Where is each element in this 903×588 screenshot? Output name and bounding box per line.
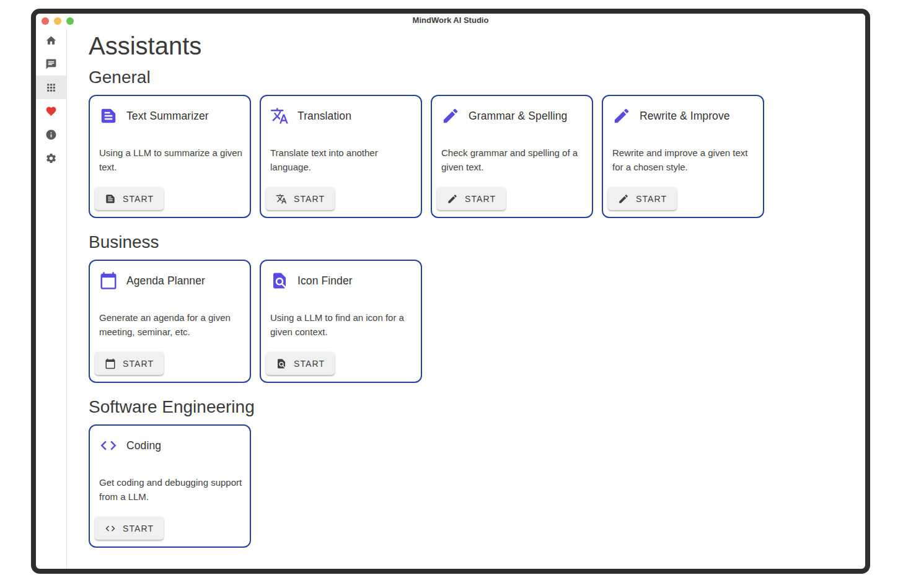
card-title: Coding xyxy=(126,439,161,452)
app-window: MindWork AI Studio Assistants General Te… xyxy=(31,9,870,574)
card-header: Rewrite & Improve xyxy=(612,107,756,125)
card-description: Rewrite and improve a given text for a c… xyxy=(612,146,756,174)
code-icon xyxy=(99,436,118,455)
card-description: Get coding and debugging support from a … xyxy=(99,476,243,504)
assistant-section: Business Agenda Planner Generate an agen… xyxy=(89,232,847,383)
pencil-icon xyxy=(441,107,460,125)
start-button-label: START xyxy=(123,194,154,204)
card-header: Agenda Planner xyxy=(99,271,243,290)
start-button[interactable]: START xyxy=(95,352,164,375)
card-row: Text Summarizer Using a LLM to summarize… xyxy=(89,95,847,218)
sidebar-item-home[interactable] xyxy=(36,29,66,52)
section-title: Software Engineering xyxy=(89,397,847,418)
card-description: Using a LLM to find an icon for a given … xyxy=(270,311,414,339)
window-title: MindWork AI Studio xyxy=(36,15,865,25)
code-icon xyxy=(105,523,116,534)
sidebar-item-chat[interactable] xyxy=(36,52,66,76)
start-button[interactable]: START xyxy=(437,187,506,210)
card-row: Coding Get coding and debugging support … xyxy=(89,424,847,548)
text-snippet-icon xyxy=(99,107,118,125)
start-button-label: START xyxy=(123,359,154,369)
calendar-icon xyxy=(105,358,116,369)
sidebar-item-settings[interactable] xyxy=(36,146,66,170)
sidebar-item-favorites[interactable] xyxy=(36,99,66,123)
pencil-icon xyxy=(612,107,631,125)
pencil-icon xyxy=(618,193,629,204)
start-button[interactable]: START xyxy=(266,187,335,210)
find-in-page-icon xyxy=(276,358,287,369)
heart-icon xyxy=(45,105,57,117)
assistant-card: Rewrite & Improve Rewrite and improve a … xyxy=(602,95,764,218)
section-title: General xyxy=(89,67,847,88)
card-header: Translation xyxy=(270,107,414,125)
sidebar-item-about[interactable] xyxy=(36,123,66,146)
card-header: Icon Finder xyxy=(270,271,414,290)
assistant-section: Software Engineering Coding Get coding a… xyxy=(89,397,847,548)
pencil-icon xyxy=(447,193,458,204)
main-content: Assistants General Text Summarizer Using… xyxy=(67,29,865,569)
sidebar xyxy=(36,29,67,569)
card-description: Check grammar and spelling of a given te… xyxy=(441,146,585,174)
start-button[interactable]: START xyxy=(266,352,335,375)
card-description: Generate an agenda for a given meeting, … xyxy=(99,311,243,339)
assistant-card: Icon Finder Using a LLM to find an icon … xyxy=(260,260,422,383)
assistant-card: Translation Translate text into another … xyxy=(260,95,422,218)
chat-icon xyxy=(45,58,57,70)
assistant-card: Grammar & Spelling Check grammar and spe… xyxy=(431,95,593,218)
start-button-label: START xyxy=(294,194,325,204)
start-button-label: START xyxy=(465,194,496,204)
assistant-section: General Text Summarizer Using a LLM to s… xyxy=(89,67,847,218)
card-header: Coding xyxy=(99,436,243,455)
card-title: Agenda Planner xyxy=(126,274,205,287)
start-button[interactable]: START xyxy=(95,517,164,540)
card-description: Translate text into another language. xyxy=(270,146,414,174)
translate-icon xyxy=(276,193,287,204)
start-button-label: START xyxy=(294,359,325,369)
card-header: Text Summarizer xyxy=(99,107,243,125)
calendar-icon xyxy=(99,271,118,290)
card-header: Grammar & Spelling xyxy=(441,107,585,125)
card-title: Text Summarizer xyxy=(126,110,209,123)
page-title: Assistants xyxy=(89,31,847,61)
start-button[interactable]: START xyxy=(608,187,677,210)
start-button-label: START xyxy=(123,524,154,533)
gear-icon xyxy=(45,152,57,164)
assistant-card: Text Summarizer Using a LLM to summarize… xyxy=(89,95,251,218)
assistant-card: Agenda Planner Generate an agenda for a … xyxy=(89,260,251,383)
start-button[interactable]: START xyxy=(95,187,164,210)
card-row: Agenda Planner Generate an agenda for a … xyxy=(89,260,847,383)
info-icon xyxy=(45,129,57,141)
app-body: Assistants General Text Summarizer Using… xyxy=(36,29,865,569)
text-snippet-icon xyxy=(105,193,116,204)
home-icon xyxy=(45,35,57,46)
apps-grid-icon xyxy=(45,82,57,94)
section-title: Business xyxy=(89,232,847,253)
titlebar: MindWork AI Studio xyxy=(36,14,865,29)
card-title: Grammar & Spelling xyxy=(469,110,567,123)
card-title: Translation xyxy=(297,110,351,123)
card-title: Rewrite & Improve xyxy=(640,110,730,123)
sidebar-item-assistants[interactable] xyxy=(36,76,66,99)
start-button-label: START xyxy=(636,194,667,204)
translate-icon xyxy=(270,107,289,125)
card-title: Icon Finder xyxy=(297,274,353,287)
card-description: Using a LLM to summarize a given text. xyxy=(99,146,243,174)
find-in-page-icon xyxy=(270,271,289,290)
assistant-card: Coding Get coding and debugging support … xyxy=(89,424,251,548)
